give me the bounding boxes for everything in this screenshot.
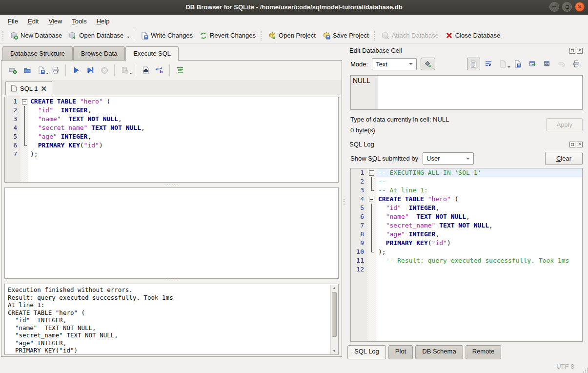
scroll-down-icon[interactable]: ▼	[331, 349, 338, 352]
attach-database-icon	[382, 32, 389, 40]
revert-changes-button[interactable]: Revert Changes	[196, 29, 259, 42]
menu-help[interactable]: Help	[92, 16, 115, 26]
find-icon	[142, 66, 149, 74]
print-cell-button[interactable]	[569, 58, 583, 70]
copy-link-button[interactable]	[540, 58, 553, 70]
export-button[interactable]	[526, 58, 539, 70]
close-database-button[interactable]: Close Database	[442, 29, 504, 42]
write-changes-button[interactable]: Write Changes	[137, 29, 196, 42]
print-button[interactable]	[49, 64, 62, 77]
main-tab-bar: Database Structure Browse Data Execute S…	[1, 45, 343, 60]
fold-marker-icon	[367, 195, 376, 204]
attach-database-button: Attach Database	[378, 29, 442, 42]
import-settings-button[interactable]	[421, 58, 435, 70]
svg-text:a: a	[156, 66, 159, 71]
fold-marker-icon	[367, 168, 376, 177]
clear-button[interactable]: Clear	[545, 152, 583, 165]
dock-float-icon[interactable]	[569, 48, 575, 54]
sql-editor[interactable]: 1CREATE TABLE "hero" (2 "id" INTEGER,3 "…	[4, 97, 339, 183]
new-tab-button[interactable]	[6, 64, 20, 77]
open-sql-file-button[interactable]	[20, 64, 34, 77]
menu-tools[interactable]: Tools	[67, 16, 91, 26]
tab-execute-sql[interactable]: Execute SQL	[125, 46, 179, 61]
text-mode-button[interactable]	[467, 58, 480, 70]
toolbar-handle[interactable]	[261, 31, 262, 41]
save-sql-file-button[interactable]	[35, 64, 48, 77]
toolbar-handle[interactable]	[2, 31, 4, 41]
toolbar-separator	[134, 30, 134, 41]
format-button[interactable]	[173, 64, 186, 77]
log-line: );	[8, 354, 328, 355]
mode-select[interactable]: Text	[372, 58, 417, 70]
open-sql-file-icon	[23, 66, 31, 74]
toolbar-handle[interactable]	[374, 31, 375, 41]
maximize-button[interactable]	[562, 2, 572, 12]
save-project-icon	[323, 32, 330, 40]
minimize-button[interactable]	[549, 2, 559, 12]
set-null-button	[555, 58, 568, 70]
new-database-button[interactable]: New Database	[7, 29, 65, 42]
scrollbar-thumb[interactable]	[332, 292, 337, 337]
code-line: 2--	[351, 177, 582, 186]
word-wrap-button[interactable]	[482, 58, 495, 70]
code-line: 7 "secret_name" TEXT NOT NULL,	[351, 221, 582, 230]
dock-close-icon[interactable]	[577, 142, 583, 147]
titlebar[interactable]: DB Browser for SQLite - /home/user/code/…	[0, 0, 588, 15]
replace-button[interactable]: ab	[153, 64, 166, 77]
menu-file[interactable]: File	[3, 16, 23, 26]
submitted-by-value: User	[426, 155, 440, 162]
code-line: 3-- At line 1:	[351, 186, 582, 195]
export-icon	[528, 60, 536, 68]
code-line: 12	[351, 265, 582, 274]
execute-line-button[interactable]	[83, 64, 97, 77]
tab-db-schema[interactable]: DB Schema	[415, 345, 463, 359]
save-results-dropdown-icon	[129, 73, 132, 76]
print-icon	[572, 60, 580, 68]
attach-database-label: Attach Database	[392, 32, 439, 39]
find-button[interactable]	[139, 64, 152, 77]
save-as-button[interactable]	[511, 58, 524, 70]
close-button[interactable]: ×	[575, 2, 585, 12]
horizontal-splitter[interactable]: ······	[1, 183, 342, 186]
horizontal-splitter[interactable]: ······	[1, 279, 342, 282]
open-database-label: Open Database	[79, 32, 123, 39]
execute-all-button[interactable]	[69, 64, 82, 77]
log-line: Execution finished without errors.	[8, 286, 328, 294]
open-project-button[interactable]: Open Project	[265, 29, 319, 42]
stop-button	[98, 64, 111, 77]
open-database-button[interactable]: Open Database	[65, 29, 127, 42]
dock-close-icon[interactable]	[577, 48, 583, 54]
cell-value-editor[interactable]: NULL	[350, 75, 583, 110]
menu-view[interactable]: View	[43, 16, 67, 26]
save-results-icon	[121, 66, 129, 74]
sql-toolbar: ab	[1, 61, 342, 80]
sql-log-dock-header: SQL Log	[346, 139, 584, 149]
log-line: Result: query executed successfully. Too…	[8, 294, 328, 302]
submitted-by-select[interactable]: User	[423, 152, 474, 165]
tab-database-structure[interactable]: Database Structure	[2, 46, 73, 60]
sql-tab-close-icon[interactable]: ✕	[41, 86, 47, 91]
scroll-up-icon[interactable]: ▲	[331, 286, 338, 290]
execution-log-scrollbar[interactable]: ▲ ▼	[330, 285, 338, 354]
results-pane[interactable]	[4, 187, 339, 279]
dock-float-icon[interactable]	[569, 142, 575, 147]
save-project-button[interactable]: Save Project	[319, 29, 372, 42]
tab-sql-log[interactable]: SQL Log	[347, 345, 386, 359]
tab-plot[interactable]: Plot	[388, 345, 413, 359]
log-line: "id" INTEGER,	[8, 316, 328, 324]
execution-log-pane[interactable]: Execution finished without errors.Result…	[4, 284, 339, 355]
sql-log-view[interactable]: 1-- EXECUTING ALL IN 'SQL 1'2--3-- At li…	[350, 168, 583, 342]
open-database-dropdown-icon[interactable]	[127, 37, 130, 40]
tab-browse-data[interactable]: Browse Data	[73, 46, 125, 60]
fold-marker-icon	[20, 97, 28, 106]
import-data-icon	[499, 60, 507, 68]
import-dropdown-icon	[507, 66, 510, 69]
sql-tab[interactable]: SQL 1 ✕	[5, 81, 52, 95]
code-line: 11 -- Result: query executed successfull…	[351, 256, 582, 265]
cell-value: NULL	[353, 77, 370, 84]
revert-changes-icon	[200, 32, 207, 40]
menu-edit[interactable]: Edit	[23, 16, 43, 26]
resize-grip-icon[interactable]	[585, 370, 586, 371]
tab-remote[interactable]: Remote	[466, 345, 502, 359]
code-line: 4 "secret_name" TEXT NOT NULL,	[5, 124, 338, 132]
